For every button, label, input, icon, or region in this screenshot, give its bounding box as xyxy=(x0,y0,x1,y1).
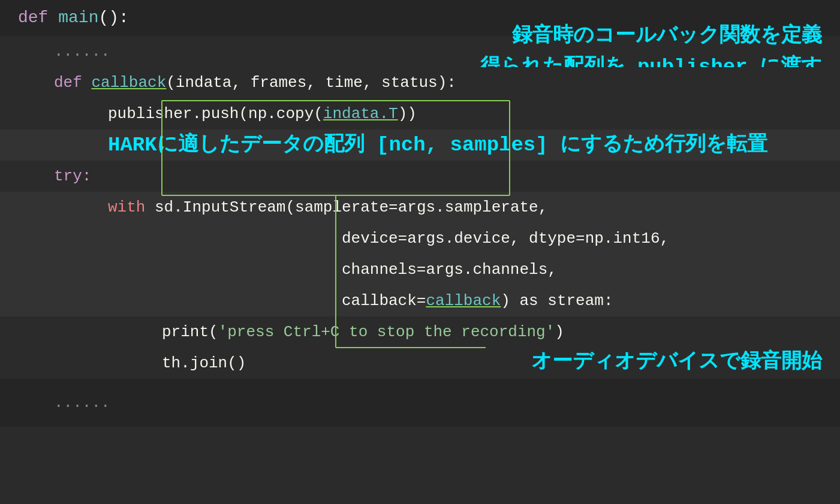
join-code: th.join() xyxy=(162,348,246,379)
main-fn-name: main xyxy=(58,0,98,36)
device-line: device=args.device, dtype=np.int16, xyxy=(342,223,669,254)
callback-param-label: callback= xyxy=(342,285,426,316)
as-stream: ) as stream: xyxy=(501,285,613,316)
line-print: print('press Ctrl+C to stop the recordin… xyxy=(0,316,840,348)
line-device: device=args.device, dtype=np.int16, xyxy=(0,223,840,254)
line-dots2: ...... xyxy=(0,379,840,427)
with-keyword: with xyxy=(108,192,155,223)
line-callback-param: callback=callback) as stream: xyxy=(0,285,840,316)
dots1: ...... xyxy=(54,36,110,67)
channels-line: channels=args.channels, xyxy=(342,254,557,285)
indata-t: indata.T xyxy=(323,98,398,129)
line-dots1: ...... 録音時のコールバック関数を定義 得られた配列を publisher… xyxy=(0,36,840,67)
sd-inputstream: sd.InputStream(samplerate=args.samplerat… xyxy=(155,192,547,223)
line-with: with sd.InputStream(samplerate=args.samp… xyxy=(0,192,840,223)
code-container: def main(): ...... 録音時のコールバック関数を定義 得られた配… xyxy=(0,0,840,504)
callback-fn-name: callback xyxy=(91,67,166,98)
def-keyword: def xyxy=(18,0,58,36)
publisher-close: )) xyxy=(398,98,417,129)
callback-def-keyword: def xyxy=(54,67,91,98)
join-annotation-block: オーディオデバイスで録音開始 xyxy=(531,346,822,381)
annotation-top-line1: 録音時のコールバック関数を定義 xyxy=(480,20,822,52)
line-join: th.join() オーディオデバイスで録音開始 xyxy=(0,348,840,379)
callback-params: (indata, frames, time, status): xyxy=(166,67,456,98)
line-hark-annotation: HARKに適したデータの配列 [nch, samples] にするため行列を転置 xyxy=(0,129,840,161)
print-fn: print( xyxy=(162,316,218,348)
print-close: ) xyxy=(555,316,564,348)
try-keyword: try: xyxy=(54,161,91,192)
line-publisher: publisher.push(np.copy(indata.T)) xyxy=(0,98,840,129)
hark-annotation-text: HARKに適したデータの配列 [nch, samples] にするため行列を転置 xyxy=(108,129,767,161)
main-parens: (): xyxy=(98,0,128,36)
print-string: 'press Ctrl+C to stop the recording' xyxy=(218,316,555,348)
dots2: ...... xyxy=(54,379,110,427)
publisher-code: publisher.push(np.copy( xyxy=(108,98,323,129)
join-annotation-text: オーディオデバイスで録音開始 xyxy=(531,351,822,373)
callback-param-value: callback xyxy=(426,285,501,316)
line-def-callback: def callback(indata, frames, time, statu… xyxy=(0,67,840,98)
line-channels: channels=args.channels, xyxy=(0,254,840,285)
line-try: try: xyxy=(0,161,840,192)
